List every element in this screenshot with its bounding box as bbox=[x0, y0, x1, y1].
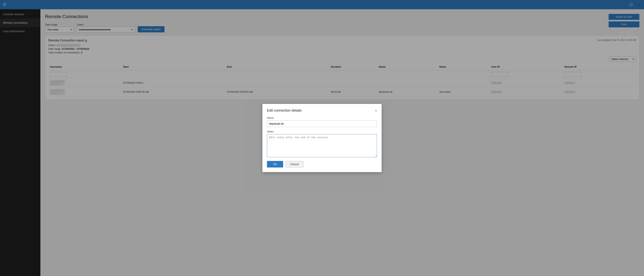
modal-ok-button[interactable]: OK bbox=[267, 161, 283, 168]
modal-header: Edit connection details × bbox=[267, 108, 377, 112]
modal-notes-label: Notes bbox=[267, 130, 377, 133]
edit-connection-modal: Edit connection details × Name Notes OK … bbox=[262, 104, 382, 172]
modal-notes-textarea[interactable] bbox=[267, 134, 377, 157]
modal-notes-field: Notes bbox=[267, 130, 377, 158]
modal-name-field: Name bbox=[267, 116, 377, 127]
modal-cancel-button[interactable]: Cancel bbox=[286, 161, 304, 168]
modal-name-input[interactable] bbox=[267, 120, 377, 127]
modal-title: Edit connection details bbox=[267, 108, 302, 112]
modal-close-button[interactable]: × bbox=[375, 109, 377, 112]
modal-name-label: Name bbox=[267, 116, 377, 119]
modal-actions: OK Cancel bbox=[267, 161, 377, 168]
modal-overlay[interactable]: Edit connection details × Name Notes OK … bbox=[0, 0, 644, 276]
